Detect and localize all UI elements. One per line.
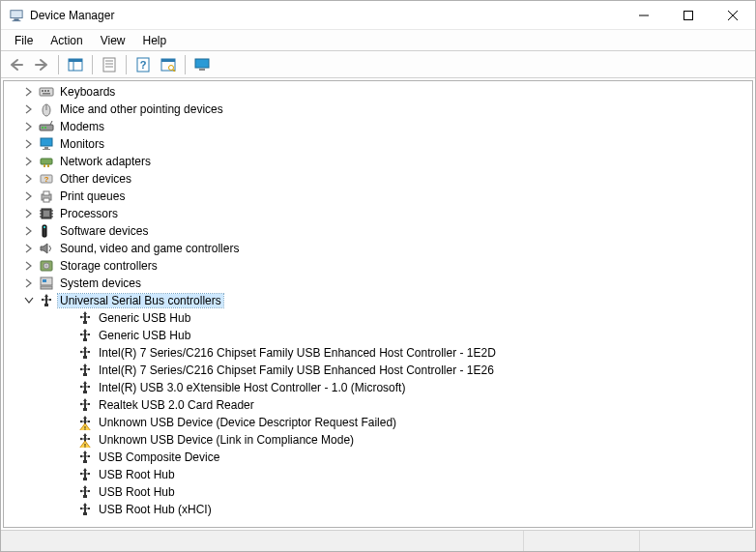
tree-node[interactable]: Sound, video and game controllers [4,240,752,257]
expander-icon[interactable] [23,225,35,237]
usb-icon [77,310,93,326]
tree-node-label: Intel(R) 7 Series/C216 Chipset Family US… [97,363,496,377]
expander-icon[interactable] [23,103,35,115]
usb-controller-icon [39,293,54,308]
tree-node[interactable]: Universal Serial Bus controllers [4,292,752,309]
usb-icon [77,484,93,500]
tree-node-label: Processors [58,207,120,220]
tree-node-label: Storage controllers [58,259,160,273]
expander-icon[interactable] [23,295,35,306]
svg-rect-21 [199,69,205,71]
back-button[interactable] [5,54,28,75]
tree-node-label: USB Root Hub [97,485,177,499]
tree-node[interactable]: Generic USB Hub [4,327,752,344]
usb-warning-icon [77,432,93,448]
processor-icon [39,206,54,221]
tree-node[interactable]: Other devices [4,170,752,188]
tree-node-label: Generic USB Hub [97,329,192,342]
expander-icon[interactable] [23,190,35,202]
tree-node[interactable]: Intel(R) 7 Series/C216 Chipset Family US… [4,362,752,379]
tree-node-label: Print queues [58,189,127,203]
network-adapter-icon [39,154,54,169]
usb-icon [77,328,93,343]
other-device-icon [39,171,54,187]
tree-node-label: Mice and other pointing devices [58,102,225,116]
svg-text:?: ? [140,59,147,71]
usb-icon [77,397,93,413]
tree-node[interactable]: Software devices [4,222,752,240]
expander-icon[interactable] [23,138,35,150]
expander-icon[interactable] [23,173,35,185]
expander-icon[interactable] [23,277,35,289]
tree-node[interactable]: Unknown USB Device (Device Descriptor Re… [4,414,752,431]
tree-node[interactable]: Modems [4,118,752,135]
minimize-button[interactable] [622,1,666,29]
menu-file[interactable]: File [7,32,41,49]
tree-node[interactable]: Print queues [4,188,752,205]
device-tree[interactable]: Keyboards Mice and other pointing device… [4,83,752,518]
tree-node[interactable]: USB Composite Device [4,449,752,466]
tree-node-label: Unknown USB Device (Link in Compliance M… [97,433,356,447]
monitor-icon [39,136,54,152]
close-button[interactable] [711,1,755,29]
tree-node[interactable]: System devices [4,275,752,292]
tree-node-label: USB Root Hub [97,468,177,481]
tree-node-label: Network adapters [58,155,153,168]
window-controls [622,1,755,29]
tree-node-label: Monitors [58,137,106,151]
tree-node-label: Intel(R) USB 3.0 eXtensible Host Control… [97,381,407,394]
software-device-icon [39,223,54,239]
expander-icon[interactable] [23,243,35,254]
menu-action[interactable]: Action [43,32,90,49]
tree-node[interactable]: Realtek USB 2.0 Card Reader [4,396,752,414]
usb-icon [77,450,93,465]
tree-node[interactable]: Intel(R) 7 Series/C216 Chipset Family US… [4,344,752,362]
tree-node-label: USB Composite Device [97,450,221,464]
toolbar-separator [126,55,127,74]
tree-node[interactable]: Mice and other pointing devices [4,101,752,118]
tree-node[interactable]: Intel(R) USB 3.0 eXtensible Host Control… [4,379,752,396]
monitor-button[interactable] [190,54,214,75]
tree-node[interactable]: Generic USB Hub [4,309,752,327]
usb-icon [77,467,93,482]
status-segment [1,531,523,551]
tree-node[interactable]: USB Root Hub (xHCI) [4,501,752,518]
tree-node[interactable]: Storage controllers [4,257,752,275]
tree-node[interactable]: Unknown USB Device (Link in Compliance M… [4,431,752,449]
tree-node-label: Generic USB Hub [97,311,192,325]
tree-node-label: Unknown USB Device (Device Descriptor Re… [97,416,398,429]
tree-node-label: Other devices [58,172,133,186]
expander-icon[interactable] [23,260,35,272]
maximize-button[interactable] [666,1,711,29]
tree-node-label: Sound, video and game controllers [58,242,241,255]
system-device-icon [39,276,54,291]
forward-button[interactable] [30,54,53,75]
keyboard-icon [39,84,54,100]
help-button[interactable]: ? [131,54,155,75]
usb-icon [77,380,93,395]
menu-help[interactable]: Help [135,32,175,49]
usb-icon [77,502,93,517]
tree-node[interactable]: Processors [4,205,752,222]
tree-node-label: Software devices [58,224,150,238]
device-tree-panel[interactable]: Keyboards Mice and other pointing device… [3,80,753,528]
tree-node[interactable]: USB Root Hub [4,466,752,483]
scan-hardware-button[interactable] [157,54,180,75]
svg-rect-20 [195,59,209,68]
svg-rect-0 [11,10,22,17]
tree-node-label: Universal Serial Bus controllers [58,294,223,307]
tree-node[interactable]: USB Root Hub [4,483,752,501]
tree-node[interactable]: Network adapters [4,153,752,170]
expander-icon[interactable] [23,208,35,219]
tree-node[interactable]: Keyboards [4,83,752,101]
properties-button[interactable] [98,54,121,75]
show-hide-tree-button[interactable] [64,54,87,75]
expander-icon[interactable] [23,86,35,98]
menu-view[interactable]: View [93,32,133,49]
expander-icon[interactable] [23,121,35,132]
usb-warning-icon [77,415,93,430]
status-segment [639,531,755,551]
menubar: File Action View Help [1,30,755,51]
expander-icon[interactable] [23,156,35,167]
tree-node[interactable]: Monitors [4,135,752,153]
